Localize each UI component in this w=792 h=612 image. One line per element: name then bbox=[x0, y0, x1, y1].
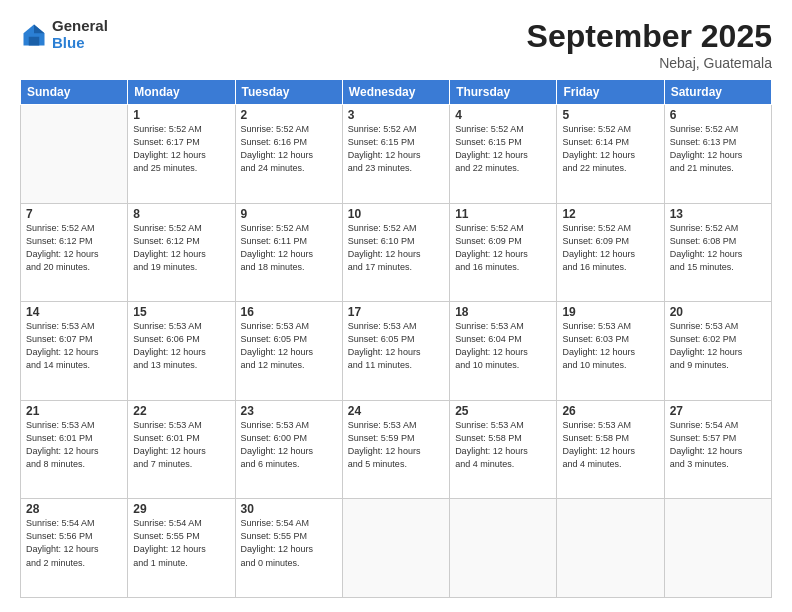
calendar-week-row: 7Sunrise: 5:52 AM Sunset: 6:12 PM Daylig… bbox=[21, 203, 772, 302]
day-number: 17 bbox=[348, 305, 444, 319]
day-number: 16 bbox=[241, 305, 337, 319]
calendar-week-row: 14Sunrise: 5:53 AM Sunset: 6:07 PM Dayli… bbox=[21, 302, 772, 401]
table-row: 25Sunrise: 5:53 AM Sunset: 5:58 PM Dayli… bbox=[450, 400, 557, 499]
day-number: 23 bbox=[241, 404, 337, 418]
calendar-table: Sunday Monday Tuesday Wednesday Thursday… bbox=[20, 79, 772, 598]
day-number: 7 bbox=[26, 207, 122, 221]
day-info: Sunrise: 5:54 AM Sunset: 5:56 PM Dayligh… bbox=[26, 517, 122, 569]
day-number: 13 bbox=[670, 207, 766, 221]
table-row: 11Sunrise: 5:52 AM Sunset: 6:09 PM Dayli… bbox=[450, 203, 557, 302]
table-row: 13Sunrise: 5:52 AM Sunset: 6:08 PM Dayli… bbox=[664, 203, 771, 302]
day-info: Sunrise: 5:53 AM Sunset: 6:01 PM Dayligh… bbox=[26, 419, 122, 471]
table-row: 17Sunrise: 5:53 AM Sunset: 6:05 PM Dayli… bbox=[342, 302, 449, 401]
day-number: 2 bbox=[241, 108, 337, 122]
day-number: 24 bbox=[348, 404, 444, 418]
day-number: 6 bbox=[670, 108, 766, 122]
table-row: 8Sunrise: 5:52 AM Sunset: 6:12 PM Daylig… bbox=[128, 203, 235, 302]
day-number: 25 bbox=[455, 404, 551, 418]
table-row: 9Sunrise: 5:52 AM Sunset: 6:11 PM Daylig… bbox=[235, 203, 342, 302]
page: General Blue September 2025 Nebaj, Guate… bbox=[0, 0, 792, 612]
svg-rect-2 bbox=[29, 36, 40, 45]
day-info: Sunrise: 5:52 AM Sunset: 6:09 PM Dayligh… bbox=[455, 222, 551, 274]
day-info: Sunrise: 5:52 AM Sunset: 6:15 PM Dayligh… bbox=[455, 123, 551, 175]
logo-icon bbox=[20, 21, 48, 49]
table-row: 16Sunrise: 5:53 AM Sunset: 6:05 PM Dayli… bbox=[235, 302, 342, 401]
day-info: Sunrise: 5:53 AM Sunset: 6:01 PM Dayligh… bbox=[133, 419, 229, 471]
calendar-header-row: Sunday Monday Tuesday Wednesday Thursday… bbox=[21, 80, 772, 105]
table-row: 29Sunrise: 5:54 AM Sunset: 5:55 PM Dayli… bbox=[128, 499, 235, 598]
col-monday: Monday bbox=[128, 80, 235, 105]
table-row: 24Sunrise: 5:53 AM Sunset: 5:59 PM Dayli… bbox=[342, 400, 449, 499]
day-number: 11 bbox=[455, 207, 551, 221]
col-thursday: Thursday bbox=[450, 80, 557, 105]
day-number: 9 bbox=[241, 207, 337, 221]
day-info: Sunrise: 5:53 AM Sunset: 6:06 PM Dayligh… bbox=[133, 320, 229, 372]
day-info: Sunrise: 5:52 AM Sunset: 6:12 PM Dayligh… bbox=[26, 222, 122, 274]
day-number: 20 bbox=[670, 305, 766, 319]
table-row: 7Sunrise: 5:52 AM Sunset: 6:12 PM Daylig… bbox=[21, 203, 128, 302]
col-tuesday: Tuesday bbox=[235, 80, 342, 105]
day-info: Sunrise: 5:52 AM Sunset: 6:10 PM Dayligh… bbox=[348, 222, 444, 274]
table-row bbox=[557, 499, 664, 598]
table-row: 26Sunrise: 5:53 AM Sunset: 5:58 PM Dayli… bbox=[557, 400, 664, 499]
table-row: 3Sunrise: 5:52 AM Sunset: 6:15 PM Daylig… bbox=[342, 105, 449, 204]
day-info: Sunrise: 5:54 AM Sunset: 5:55 PM Dayligh… bbox=[133, 517, 229, 569]
logo-blue-text: Blue bbox=[52, 35, 108, 52]
table-row: 30Sunrise: 5:54 AM Sunset: 5:55 PM Dayli… bbox=[235, 499, 342, 598]
table-row bbox=[450, 499, 557, 598]
table-row: 10Sunrise: 5:52 AM Sunset: 6:10 PM Dayli… bbox=[342, 203, 449, 302]
day-info: Sunrise: 5:54 AM Sunset: 5:55 PM Dayligh… bbox=[241, 517, 337, 569]
table-row: 20Sunrise: 5:53 AM Sunset: 6:02 PM Dayli… bbox=[664, 302, 771, 401]
table-row: 21Sunrise: 5:53 AM Sunset: 6:01 PM Dayli… bbox=[21, 400, 128, 499]
table-row: 23Sunrise: 5:53 AM Sunset: 6:00 PM Dayli… bbox=[235, 400, 342, 499]
day-number: 15 bbox=[133, 305, 229, 319]
day-number: 3 bbox=[348, 108, 444, 122]
day-info: Sunrise: 5:53 AM Sunset: 6:02 PM Dayligh… bbox=[670, 320, 766, 372]
table-row: 27Sunrise: 5:54 AM Sunset: 5:57 PM Dayli… bbox=[664, 400, 771, 499]
col-saturday: Saturday bbox=[664, 80, 771, 105]
day-number: 8 bbox=[133, 207, 229, 221]
day-info: Sunrise: 5:53 AM Sunset: 6:00 PM Dayligh… bbox=[241, 419, 337, 471]
table-row: 4Sunrise: 5:52 AM Sunset: 6:15 PM Daylig… bbox=[450, 105, 557, 204]
day-info: Sunrise: 5:52 AM Sunset: 6:16 PM Dayligh… bbox=[241, 123, 337, 175]
day-number: 4 bbox=[455, 108, 551, 122]
col-friday: Friday bbox=[557, 80, 664, 105]
month-title: September 2025 bbox=[527, 18, 772, 55]
table-row: 6Sunrise: 5:52 AM Sunset: 6:13 PM Daylig… bbox=[664, 105, 771, 204]
logo-general-text: General bbox=[52, 18, 108, 35]
day-number: 18 bbox=[455, 305, 551, 319]
day-number: 10 bbox=[348, 207, 444, 221]
day-info: Sunrise: 5:53 AM Sunset: 6:03 PM Dayligh… bbox=[562, 320, 658, 372]
day-number: 27 bbox=[670, 404, 766, 418]
day-info: Sunrise: 5:52 AM Sunset: 6:11 PM Dayligh… bbox=[241, 222, 337, 274]
day-number: 12 bbox=[562, 207, 658, 221]
day-number: 21 bbox=[26, 404, 122, 418]
day-info: Sunrise: 5:53 AM Sunset: 6:07 PM Dayligh… bbox=[26, 320, 122, 372]
day-info: Sunrise: 5:53 AM Sunset: 6:05 PM Dayligh… bbox=[241, 320, 337, 372]
day-info: Sunrise: 5:53 AM Sunset: 6:04 PM Dayligh… bbox=[455, 320, 551, 372]
title-block: September 2025 Nebaj, Guatemala bbox=[527, 18, 772, 71]
table-row: 19Sunrise: 5:53 AM Sunset: 6:03 PM Dayli… bbox=[557, 302, 664, 401]
day-number: 22 bbox=[133, 404, 229, 418]
header: General Blue September 2025 Nebaj, Guate… bbox=[20, 18, 772, 71]
day-info: Sunrise: 5:52 AM Sunset: 6:08 PM Dayligh… bbox=[670, 222, 766, 274]
day-number: 1 bbox=[133, 108, 229, 122]
day-number: 29 bbox=[133, 502, 229, 516]
table-row: 1Sunrise: 5:52 AM Sunset: 6:17 PM Daylig… bbox=[128, 105, 235, 204]
table-row bbox=[342, 499, 449, 598]
svg-marker-1 bbox=[34, 24, 45, 33]
day-info: Sunrise: 5:52 AM Sunset: 6:15 PM Dayligh… bbox=[348, 123, 444, 175]
table-row: 28Sunrise: 5:54 AM Sunset: 5:56 PM Dayli… bbox=[21, 499, 128, 598]
day-info: Sunrise: 5:53 AM Sunset: 5:58 PM Dayligh… bbox=[455, 419, 551, 471]
day-info: Sunrise: 5:52 AM Sunset: 6:13 PM Dayligh… bbox=[670, 123, 766, 175]
calendar-week-row: 21Sunrise: 5:53 AM Sunset: 6:01 PM Dayli… bbox=[21, 400, 772, 499]
day-number: 26 bbox=[562, 404, 658, 418]
logo: General Blue bbox=[20, 18, 108, 51]
day-info: Sunrise: 5:53 AM Sunset: 5:59 PM Dayligh… bbox=[348, 419, 444, 471]
calendar-week-row: 1Sunrise: 5:52 AM Sunset: 6:17 PM Daylig… bbox=[21, 105, 772, 204]
day-number: 19 bbox=[562, 305, 658, 319]
col-sunday: Sunday bbox=[21, 80, 128, 105]
table-row: 12Sunrise: 5:52 AM Sunset: 6:09 PM Dayli… bbox=[557, 203, 664, 302]
day-number: 30 bbox=[241, 502, 337, 516]
day-info: Sunrise: 5:54 AM Sunset: 5:57 PM Dayligh… bbox=[670, 419, 766, 471]
